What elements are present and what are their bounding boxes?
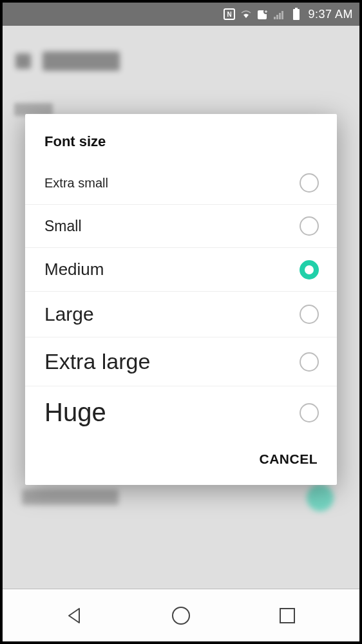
radio-icon bbox=[300, 403, 319, 422]
svg-rect-5 bbox=[276, 15, 278, 19]
svg-rect-8 bbox=[295, 8, 298, 9]
home-icon bbox=[171, 605, 191, 626]
nav-home-button[interactable] bbox=[169, 603, 193, 628]
data-icon bbox=[256, 8, 269, 21]
option-label: Extra small bbox=[44, 176, 108, 191]
dialog-title: Font size bbox=[25, 133, 337, 162]
font-size-option[interactable]: Huge bbox=[25, 386, 337, 439]
svg-text:N: N bbox=[227, 11, 232, 18]
option-label: Extra large bbox=[44, 349, 150, 374]
font-size-option[interactable]: Small bbox=[25, 205, 337, 248]
option-label: Small bbox=[44, 218, 82, 235]
radio-icon bbox=[300, 216, 319, 236]
recent-icon bbox=[278, 607, 296, 625]
font-size-option[interactable]: Medium bbox=[25, 248, 337, 292]
svg-rect-9 bbox=[293, 9, 300, 20]
back-icon bbox=[65, 606, 84, 625]
radio-icon bbox=[300, 260, 319, 279]
nfc-icon: N bbox=[223, 8, 236, 21]
font-size-dialog: Font size Extra smallSmallMediumLargeExt… bbox=[25, 114, 337, 485]
option-label: Large bbox=[44, 303, 94, 325]
phone-frame: N 9:37 AM Font size Extra smallSmallMedi… bbox=[0, 0, 362, 644]
wifi-icon bbox=[240, 8, 252, 21]
nav-back-button[interactable] bbox=[62, 603, 87, 628]
option-label: Medium bbox=[44, 260, 104, 279]
font-size-option[interactable]: Large bbox=[25, 292, 337, 337]
radio-icon bbox=[300, 305, 319, 324]
svg-rect-11 bbox=[280, 609, 294, 623]
svg-rect-4 bbox=[274, 17, 276, 19]
cancel-button[interactable]: CANCEL bbox=[260, 451, 318, 467]
nav-bar bbox=[3, 589, 359, 641]
svg-rect-7 bbox=[281, 11, 283, 19]
font-size-option[interactable]: Extra small bbox=[25, 162, 337, 205]
status-clock: 9:37 AM bbox=[308, 8, 353, 21]
svg-point-10 bbox=[173, 607, 189, 624]
font-size-option[interactable]: Extra large bbox=[25, 337, 337, 386]
radio-icon bbox=[300, 173, 319, 193]
option-label: Huge bbox=[44, 398, 106, 427]
signal-icon bbox=[273, 8, 286, 21]
nav-recent-button[interactable] bbox=[275, 603, 300, 628]
status-bar: N 9:37 AM bbox=[3, 3, 359, 26]
radio-icon bbox=[300, 352, 319, 372]
dialog-actions: CANCEL bbox=[25, 439, 337, 477]
svg-rect-6 bbox=[279, 13, 281, 19]
battery-icon bbox=[290, 8, 303, 21]
